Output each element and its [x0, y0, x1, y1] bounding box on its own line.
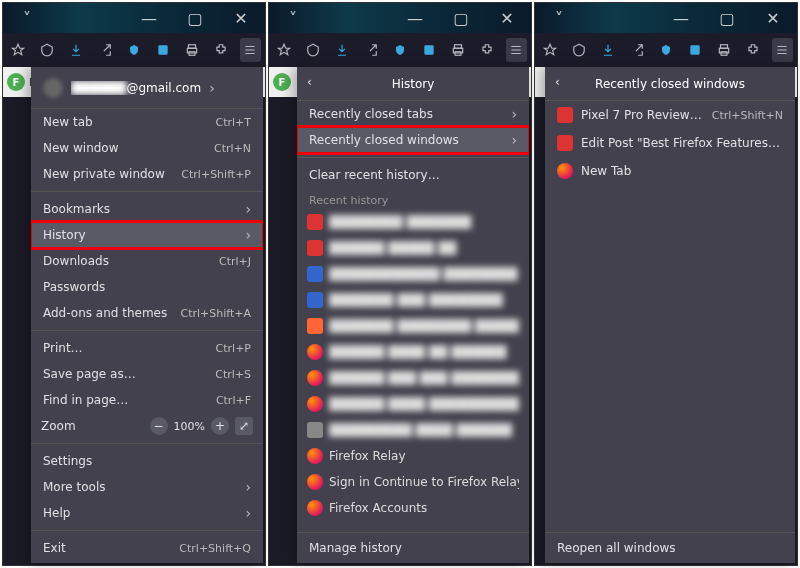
print-icon[interactable] [714, 38, 735, 62]
history-item[interactable]: ████████████ ████████ [297, 261, 529, 287]
print-icon[interactable] [182, 38, 203, 62]
history-item[interactable]: ██████ █████ ██ [297, 235, 529, 261]
extension-icon[interactable] [211, 38, 232, 62]
extension-icon[interactable] [743, 38, 764, 62]
close-button[interactable]: ✕ [221, 4, 261, 32]
tab-favicon[interactable]: F [273, 73, 291, 91]
chevron-right-icon: › [511, 106, 517, 122]
menu-help[interactable]: Help› [31, 500, 263, 526]
menu-new-window[interactable]: New windowCtrl+N [31, 135, 263, 161]
maximize-button[interactable]: ▢ [441, 4, 481, 32]
menu-find[interactable]: Find in page…Ctrl+F [31, 387, 263, 413]
history-item[interactable]: ██████ ████ ██████████ [297, 391, 529, 417]
separator [31, 443, 263, 444]
shield-icon[interactable] [123, 38, 144, 62]
menu-more-tools[interactable]: More tools› [31, 474, 263, 500]
minimize-button[interactable]: — [129, 4, 169, 32]
bookmark-star-icon[interactable] [539, 38, 560, 62]
save-icon[interactable] [419, 38, 440, 62]
save-icon[interactable] [153, 38, 174, 62]
favicon [307, 240, 323, 256]
history-item[interactable]: ██████ ████ ██ ██████ [297, 339, 529, 365]
share-icon[interactable] [626, 38, 647, 62]
closed-window-item[interactable]: New Tab [545, 157, 795, 185]
menu-exit[interactable]: ExitCtrl+Shift+Q [31, 535, 263, 561]
extension-icon[interactable] [477, 38, 498, 62]
firefox-accounts[interactable]: Firefox Accounts [297, 495, 529, 521]
share-icon[interactable] [94, 38, 115, 62]
favicon [557, 135, 573, 151]
zoom-out-button[interactable]: − [150, 417, 168, 435]
closed-window-item[interactable]: Edit Post "Best Firefox Features You Ne… [545, 129, 795, 157]
menu-history[interactable]: History› [31, 222, 263, 248]
chevron-right-icon: › [245, 479, 251, 495]
manage-history[interactable]: Manage history [297, 532, 529, 563]
menu-print[interactable]: Print…Ctrl+P [31, 335, 263, 361]
tabs-dropdown-icon[interactable]: ˅ [7, 4, 47, 32]
reopen-all-windows[interactable]: Reopen all windows [545, 532, 795, 563]
menu-passwords[interactable]: Passwords [31, 274, 263, 300]
closed-windows-menu: ‹ Recently closed windows Pixel 7 Pro Re… [545, 67, 795, 563]
pocket-icon[interactable] [36, 38, 57, 62]
zoom-value: 100% [174, 420, 205, 433]
pocket-icon[interactable] [568, 38, 589, 62]
print-icon[interactable] [448, 38, 469, 62]
share-icon[interactable] [360, 38, 381, 62]
pocket-icon[interactable] [302, 38, 323, 62]
menu-bookmarks[interactable]: Bookmarks› [31, 196, 263, 222]
close-button[interactable]: ✕ [753, 4, 793, 32]
hamburger-menu-icon[interactable] [506, 38, 527, 62]
favicon [557, 163, 573, 179]
app-menu: ██████@gmail.com › New tabCtrl+T New win… [31, 67, 263, 563]
menu-zoom: Zoom − 100% + ⤢ [31, 413, 263, 439]
separator [31, 191, 263, 192]
clear-history[interactable]: Clear recent history… [297, 162, 529, 188]
menu-new-private[interactable]: New private windowCtrl+Shift+P [31, 161, 263, 187]
menu-save-as[interactable]: Save page as…Ctrl+S [31, 361, 263, 387]
account-row[interactable]: ██████@gmail.com › [31, 67, 263, 109]
tab-favicon[interactable]: F [7, 73, 25, 91]
hamburger-menu-icon[interactable] [240, 38, 261, 62]
shield-icon[interactable] [655, 38, 676, 62]
bookmark-star-icon[interactable] [7, 38, 28, 62]
hamburger-menu-icon[interactable] [772, 38, 793, 62]
tabs-dropdown-icon[interactable]: ˅ [273, 4, 313, 32]
titlebar: ˅ — ▢ ✕ [535, 3, 797, 33]
account-email: ██████@gmail.com [71, 81, 201, 95]
menu-downloads[interactable]: DownloadsCtrl+J [31, 248, 263, 274]
history-item[interactable]: ███████ ███ ████████ [297, 287, 529, 313]
bookmark-star-icon[interactable] [273, 38, 294, 62]
favicon [307, 214, 323, 230]
maximize-button[interactable]: ▢ [707, 4, 747, 32]
menu-addons[interactable]: Add-ons and themesCtrl+Shift+A [31, 300, 263, 326]
download-icon[interactable] [597, 38, 618, 62]
maximize-button[interactable]: ▢ [175, 4, 215, 32]
back-button[interactable]: ‹ [555, 75, 560, 89]
save-icon[interactable] [685, 38, 706, 62]
toolbar [3, 33, 265, 67]
history-item[interactable]: ██████ ███ ███ ████████ [297, 365, 529, 391]
download-icon[interactable] [331, 38, 352, 62]
fullscreen-button[interactable]: ⤢ [235, 417, 253, 435]
titlebar: ˅ — ▢ ✕ [3, 3, 265, 33]
minimize-button[interactable]: — [395, 4, 435, 32]
tabs-dropdown-icon[interactable]: ˅ [539, 4, 579, 32]
history-item[interactable]: █████████ ████ ██████ [297, 417, 529, 443]
history-item[interactable]: ███████ ████████ ███████ [297, 313, 529, 339]
shield-icon[interactable] [389, 38, 410, 62]
recently-closed-tabs[interactable]: Recently closed tabs› [297, 101, 529, 127]
firefox-relay[interactable]: Firefox Relay [297, 443, 529, 469]
close-button[interactable]: ✕ [487, 4, 527, 32]
history-item[interactable]: ████████ ███████ [297, 209, 529, 235]
back-button[interactable]: ‹ [307, 75, 312, 89]
download-icon[interactable] [65, 38, 86, 62]
menu-new-tab[interactable]: New tabCtrl+T [31, 109, 263, 135]
recently-closed-windows[interactable]: Recently closed windows› [297, 127, 529, 153]
menu-settings[interactable]: Settings [31, 448, 263, 474]
signin-relay[interactable]: Sign in Continue to Firefox Relay [297, 469, 529, 495]
zoom-in-button[interactable]: + [211, 417, 229, 435]
minimize-button[interactable]: — [661, 4, 701, 32]
titlebar: ˅ — ▢ ✕ [269, 3, 531, 33]
chevron-right-icon: › [209, 80, 215, 96]
closed-window-item[interactable]: Pixel 7 Pro Review After … Ctrl+Shift+N [545, 101, 795, 129]
